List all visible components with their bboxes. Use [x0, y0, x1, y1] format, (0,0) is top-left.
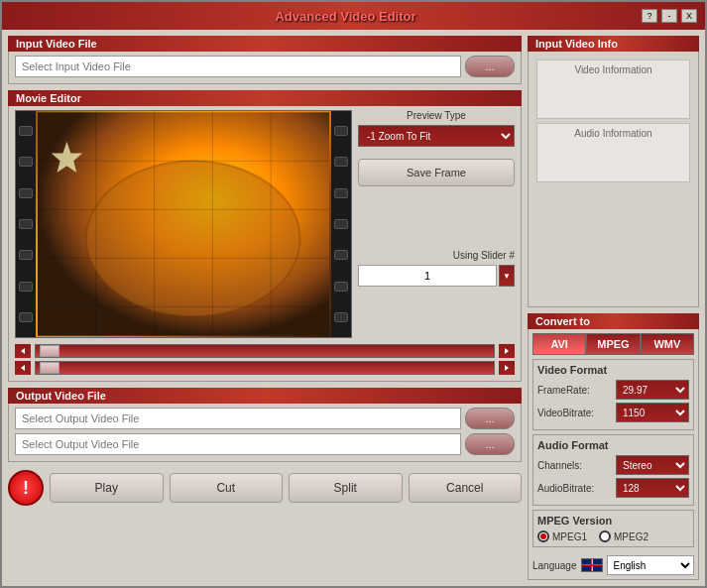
output-file-header: Output Video File [8, 388, 522, 404]
audio-info-label: Audio Information [541, 128, 685, 139]
timeline-track-2[interactable] [35, 361, 495, 375]
input-video-info-header: Input Video Info [528, 36, 699, 52]
svg-marker-14 [505, 365, 509, 371]
tab-avi[interactable]: AVI [532, 333, 586, 355]
film-hole [334, 312, 348, 322]
input-file-section: Input Video File ... [8, 36, 522, 84]
preview-type-select[interactable]: -1 Zoom To Fit [358, 125, 515, 147]
language-bar: Language English [529, 551, 698, 579]
film-hole [334, 282, 348, 292]
timeline-slider-row-1 [15, 344, 515, 358]
mpeg2-radio-dot[interactable] [599, 530, 611, 542]
content-area: Input Video File ... Movie Editor [2, 30, 705, 586]
output-file-section: Output Video File ... ... [8, 388, 522, 462]
svg-marker-11 [21, 348, 25, 354]
timeline-thumb-2[interactable] [40, 362, 59, 374]
flag-icon [581, 558, 603, 572]
audiobitrate-select[interactable]: 128 [616, 478, 689, 498]
framerate-select[interactable]: 29.97 [616, 380, 689, 400]
main-window: Advanced Video Editor ? - X Input Video … [0, 0, 707, 588]
audio-info-box: Audio Information [536, 123, 690, 182]
timeline-right-btn-1[interactable] [499, 344, 515, 358]
output-browse-button-2[interactable]: ... [465, 433, 515, 455]
output-file-field-2[interactable] [15, 433, 461, 455]
mpeg2-radio-item[interactable]: MPEG2 [599, 530, 648, 542]
videobitrate-row: VideoBitrate: 1150 [537, 403, 689, 422]
channels-row: Channels: Stereo [537, 455, 689, 475]
framerate-label: FrameRate: [537, 385, 612, 396]
play-button[interactable]: Play [50, 473, 164, 503]
movie-editor-content: Preview Type -1 Zoom To Fit Save Frame U… [9, 106, 521, 381]
timeline-left-btn-1[interactable] [15, 344, 31, 358]
language-label: Language [532, 560, 577, 571]
film-hole [19, 250, 33, 260]
video-preview [15, 110, 352, 338]
close-button[interactable]: X [681, 9, 697, 23]
tab-wmv[interactable]: WMV [641, 333, 694, 355]
tab-mpeg[interactable]: MPEG [586, 333, 640, 355]
mpeg1-radio-dot[interactable] [537, 530, 549, 542]
cut-button[interactable]: Cut [170, 473, 284, 503]
svg-marker-13 [21, 365, 25, 371]
video-info-label: Video Information [541, 64, 685, 75]
language-select[interactable]: English [607, 555, 695, 575]
timeline-thumb-1[interactable] [40, 345, 59, 357]
audiobitrate-label: AudioBitrate: [537, 483, 612, 494]
timeline-right-btn-2[interactable] [499, 361, 515, 375]
slider-label: Using Slider # [358, 250, 515, 261]
input-file-field[interactable] [15, 56, 461, 77]
film-hole [334, 188, 348, 198]
app-title: Advanced Video Editor [50, 9, 642, 24]
video-info-content: Video Information Audio Information [529, 52, 698, 190]
film-hole [19, 126, 33, 136]
output-row-2: ... [15, 433, 515, 455]
film-hole [19, 282, 33, 292]
audio-format-group: Audio Format Channels: Stereo AudioBitra… [532, 434, 694, 506]
audio-format-title: Audio Format [537, 439, 689, 451]
film-hole [334, 219, 348, 229]
slider-number-input[interactable]: 1 [358, 265, 497, 287]
output-file-field-1[interactable] [15, 408, 461, 429]
convert-to-content: AVI MPEG WMV Video Format FrameRate: 29.… [529, 329, 698, 579]
film-hole [19, 219, 33, 229]
slider-spin-button[interactable]: ▼ [499, 265, 515, 287]
film-hole [334, 157, 348, 167]
framerate-row: FrameRate: 29.97 [537, 380, 689, 400]
video-format-title: Video Format [537, 364, 689, 376]
help-button[interactable]: ? [642, 9, 657, 23]
window-controls: ? - X [642, 9, 697, 23]
channels-select[interactable]: Stereo [616, 455, 689, 475]
title-bar: Advanced Video Editor ? - X [2, 2, 705, 30]
film-strip-right [331, 111, 351, 337]
preview-area: Preview Type -1 Zoom To Fit Save Frame U… [15, 110, 515, 338]
file-input-row: ... [15, 56, 515, 77]
split-button[interactable]: Split [289, 473, 403, 503]
format-tabs: AVI MPEG WMV [532, 333, 694, 355]
preview-type-label: Preview Type [358, 110, 515, 121]
right-panel: Input Video Info Video Information Audio… [528, 36, 699, 580]
film-hole [19, 188, 33, 198]
film-visual [38, 111, 329, 337]
cancel-button[interactable]: Cancel [409, 473, 523, 503]
minimize-button[interactable]: - [661, 9, 677, 23]
timeline-left-btn-2[interactable] [15, 361, 31, 375]
timeline-track-1[interactable] [35, 344, 495, 358]
timeline-slider-row-2 [15, 361, 515, 375]
save-frame-button[interactable]: Save Frame [358, 159, 515, 186]
output-row-1: ... [15, 408, 515, 429]
mpeg1-radio-item[interactable]: MPEG1 [537, 530, 587, 542]
videobitrate-select[interactable]: 1150 [616, 403, 689, 422]
input-video-info-section: Input Video Info Video Information Audio… [528, 36, 699, 307]
input-browse-button[interactable]: ... [465, 56, 515, 77]
mpeg2-label: MPEG2 [614, 531, 648, 542]
film-hole [334, 126, 348, 136]
convert-to-section: Convert to AVI MPEG WMV Video Format Fra… [528, 313, 699, 580]
action-bar: ! Play Cut Split Cancel [8, 468, 522, 508]
output-browse-button-1[interactable]: ... [465, 408, 515, 429]
audiobitrate-row: AudioBitrate: 128 [537, 478, 689, 498]
input-file-content: ... [9, 52, 521, 83]
svg-point-1 [86, 161, 300, 316]
movie-editor-section: Movie Editor [8, 90, 522, 382]
warning-icon: ! [8, 470, 44, 506]
film-hole [19, 312, 33, 322]
